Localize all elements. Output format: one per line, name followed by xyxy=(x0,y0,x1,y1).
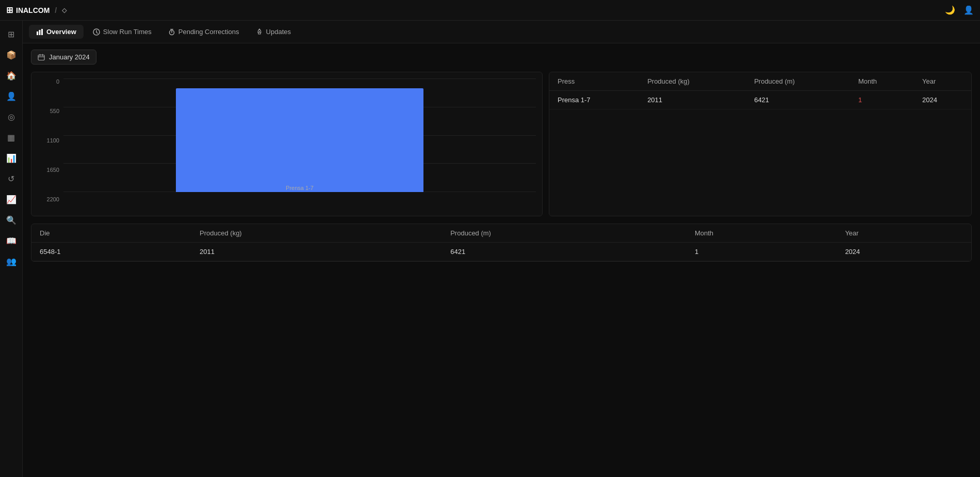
die-year-col-header: Year xyxy=(837,224,971,243)
tab-pending-corrections[interactable]: Pending Corrections xyxy=(161,25,247,39)
sidebar-item-grid[interactable]: ⊞ xyxy=(2,25,21,43)
app-name: INALCOM xyxy=(16,6,50,14)
die-year-cell: 2024 xyxy=(837,243,971,261)
die-produced-m-col-header: Produced (m) xyxy=(442,224,687,243)
sidebar-item-search[interactable]: 🔍 xyxy=(2,211,21,229)
die-month-cell: 1 xyxy=(687,243,837,261)
press-table-head: Press Produced (kg) Produced (m) Month Y… xyxy=(549,72,971,91)
die-produced-kg-col-header: Produced (kg) xyxy=(191,224,442,243)
produced-kg-col-header: Produced (kg) xyxy=(639,72,746,91)
sidebar-item-person[interactable]: 👤 xyxy=(2,87,21,105)
bar-chart-icon xyxy=(36,28,43,36)
tab-overview-label: Overview xyxy=(46,28,76,36)
die-table-row-0: 6548-1 2011 6421 1 2024 xyxy=(31,243,971,261)
theme-toggle-icon[interactable]: 🌙 xyxy=(945,5,955,15)
press-table-row-0: Prensa 1-7 2011 6421 1 2024 xyxy=(549,91,971,109)
produced-m-col-header: Produced (m) xyxy=(746,72,850,91)
content-area: January 2024 2200 1650 1100 550 0 xyxy=(23,43,980,477)
chart-body: Prensa 1-7 xyxy=(63,78,536,202)
svg-rect-7 xyxy=(38,55,44,60)
app-logo: ⊞ INALCOM / ◇ xyxy=(6,5,67,15)
bar-prensa-1-7-container: Prensa 1-7 xyxy=(63,78,536,192)
tab-pending-corrections-label: Pending Corrections xyxy=(178,28,239,36)
y-axis-label-4: 0 xyxy=(38,78,59,85)
tab-updates-label: Updates xyxy=(266,28,291,36)
sidebar-item-refresh[interactable]: ↺ xyxy=(2,169,21,188)
die-produced-m-cell: 6421 xyxy=(442,243,687,261)
topbar: ⊞ INALCOM / ◇ 🌙 👤 xyxy=(0,0,980,21)
sidebar-item-target[interactable]: ◎ xyxy=(2,107,21,126)
sidebar-item-home[interactable]: 🏠 xyxy=(2,66,21,85)
user-icon[interactable]: 👤 xyxy=(963,5,974,15)
die-table-header-row: Die Produced (kg) Produced (m) Month Yea… xyxy=(31,224,971,243)
press-cell: Prensa 1-7 xyxy=(549,91,639,109)
svg-rect-2 xyxy=(41,29,43,35)
month-cell: 1 xyxy=(850,91,914,109)
svg-rect-0 xyxy=(37,31,38,35)
svg-rect-1 xyxy=(39,30,41,35)
breadcrumb-diamond-icon: ◇ xyxy=(62,7,67,14)
press-table-body: Prensa 1-7 2011 6421 1 2024 xyxy=(549,91,971,109)
grid-icon: ⊞ xyxy=(6,5,13,15)
press-col-header: Press xyxy=(549,72,639,91)
tab-slow-run-times[interactable]: Slow Run Times xyxy=(86,25,159,39)
charts-row: 2200 1650 1100 550 0 xyxy=(31,72,972,216)
die-table-panel: Die Produced (kg) Produced (m) Month Yea… xyxy=(31,224,972,262)
bar-prensa-1-7-label: Prensa 1-7 xyxy=(286,185,314,191)
chart-area: 2200 1650 1100 550 0 xyxy=(38,78,536,202)
timer-icon xyxy=(168,28,175,36)
year-cell: 2024 xyxy=(914,91,971,109)
date-picker-label: January 2024 xyxy=(49,53,90,61)
tab-overview[interactable]: Overview xyxy=(29,25,84,39)
produced-kg-cell: 2011 xyxy=(639,91,746,109)
tab-updates[interactable]: Updates xyxy=(249,25,298,39)
main-content: Overview Slow Run Times Pending Correcti… xyxy=(23,21,980,477)
y-axis: 2200 1650 1100 550 0 xyxy=(38,78,63,202)
die-cell: 6548-1 xyxy=(31,243,191,261)
bar-chart-panel: 2200 1650 1100 550 0 xyxy=(31,72,543,216)
sidebar-item-trend[interactable]: 📈 xyxy=(2,190,21,209)
rocket-icon xyxy=(256,28,263,36)
press-table-panel: Press Produced (kg) Produced (m) Month Y… xyxy=(549,72,972,216)
die-month-col-header: Month xyxy=(687,224,837,243)
die-produced-kg-cell: 2011 xyxy=(191,243,442,261)
y-axis-label-1: 1650 xyxy=(38,167,59,173)
breadcrumb-sep: / xyxy=(55,6,57,14)
press-table-header-row: Press Produced (kg) Produced (m) Month Y… xyxy=(549,72,971,91)
month-col-header: Month xyxy=(850,72,914,91)
sidebar-item-table[interactable]: ▦ xyxy=(2,128,21,147)
sidebar-item-users[interactable]: 👥 xyxy=(2,252,21,271)
sidebar-item-package[interactable]: 📦 xyxy=(2,45,21,64)
die-table-body: 6548-1 2011 6421 1 2024 xyxy=(31,243,971,261)
tabbar: Overview Slow Run Times Pending Correcti… xyxy=(23,21,980,43)
die-col-header: Die xyxy=(31,224,191,243)
press-table: Press Produced (kg) Produced (m) Month Y… xyxy=(549,72,971,109)
calendar-icon xyxy=(38,54,45,61)
die-table-head: Die Produced (kg) Produced (m) Month Yea… xyxy=(31,224,971,243)
clock-icon xyxy=(93,28,100,36)
sidebar-item-chart[interactable]: 📊 xyxy=(2,149,21,167)
sidebar-item-book[interactable]: 📖 xyxy=(2,231,21,250)
produced-m-cell: 6421 xyxy=(746,91,850,109)
topbar-actions: 🌙 👤 xyxy=(945,5,974,15)
bar-prensa-1-7 xyxy=(176,88,423,192)
die-table: Die Produced (kg) Produced (m) Month Yea… xyxy=(31,224,971,261)
y-axis-label-3: 550 xyxy=(38,108,59,114)
tab-slow-run-times-label: Slow Run Times xyxy=(103,28,152,36)
sidebar: ⊞ 📦 🏠 👤 ◎ ▦ 📊 ↺ 📈 🔍 📖 👥 xyxy=(0,21,23,477)
y-axis-label-0: 2200 xyxy=(38,196,59,202)
year-col-header: Year xyxy=(914,72,971,91)
svg-rect-4 xyxy=(170,29,173,30)
date-picker[interactable]: January 2024 xyxy=(31,50,96,65)
y-axis-label-2: 1100 xyxy=(38,137,59,144)
layout: ⊞ 📦 🏠 👤 ◎ ▦ 📊 ↺ 📈 🔍 📖 👥 Overview xyxy=(0,21,980,477)
svg-point-6 xyxy=(259,31,260,32)
